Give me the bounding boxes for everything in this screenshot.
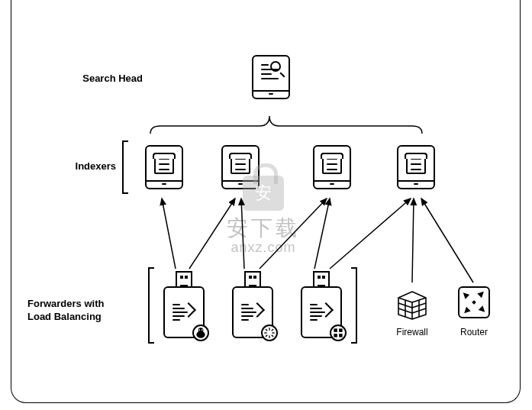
svg-point-10 xyxy=(198,329,200,331)
usb-connector-icon xyxy=(176,271,192,288)
server-icon xyxy=(322,153,342,174)
svg-rect-23 xyxy=(339,334,343,337)
indexer-2 xyxy=(221,145,260,189)
indexer-3 xyxy=(313,145,351,189)
indexers-label: Indexers xyxy=(76,160,116,172)
router-arrow-icon xyxy=(461,289,472,300)
router-node xyxy=(458,286,490,318)
magnifier-icon xyxy=(270,61,284,75)
solaris-badge-icon xyxy=(261,324,278,341)
forwarder-windows xyxy=(299,271,343,338)
router-label: Router xyxy=(450,327,498,337)
server-icon xyxy=(154,153,174,174)
svg-rect-22 xyxy=(334,334,337,337)
svg-rect-21 xyxy=(339,328,343,332)
forwarders-bracket-right xyxy=(351,267,357,344)
forwarder-solaris xyxy=(231,271,275,338)
server-icon xyxy=(406,153,426,174)
firewall-icon xyxy=(394,284,430,321)
forward-arrow-icon xyxy=(241,302,264,321)
server-icon xyxy=(231,153,250,174)
forwarders-label: Forwarders withLoad Balancing xyxy=(27,298,104,324)
svg-line-17 xyxy=(272,335,273,337)
svg-line-16 xyxy=(266,329,267,331)
router-center-icon xyxy=(472,300,476,305)
svg-point-11 xyxy=(202,329,203,331)
router-arrow-icon xyxy=(461,305,472,315)
search-head-node xyxy=(252,55,290,99)
firewall-node xyxy=(394,284,430,321)
windows-badge-icon xyxy=(330,324,347,341)
firewall-label: Firewall xyxy=(388,327,437,337)
usb-connector-icon xyxy=(244,271,261,288)
svg-line-18 xyxy=(272,329,273,331)
svg-rect-20 xyxy=(334,328,337,332)
forward-arrow-icon xyxy=(310,302,333,321)
router-arrow-icon xyxy=(476,305,487,315)
indexer-1 xyxy=(145,145,183,189)
forwarders-label-text: Forwarders withLoad Balancing xyxy=(27,298,104,322)
forwarders-bracket-left xyxy=(148,267,154,344)
svg-line-19 xyxy=(266,335,267,337)
forward-arrow-icon xyxy=(172,302,195,321)
indexers-bracket xyxy=(122,140,128,194)
usb-connector-icon xyxy=(313,271,330,288)
search-head-label: Search Head xyxy=(82,73,143,84)
indexer-4 xyxy=(397,145,435,189)
linux-badge-icon xyxy=(192,324,209,341)
router-arrow-icon xyxy=(476,289,487,300)
forwarder-linux xyxy=(162,271,206,338)
